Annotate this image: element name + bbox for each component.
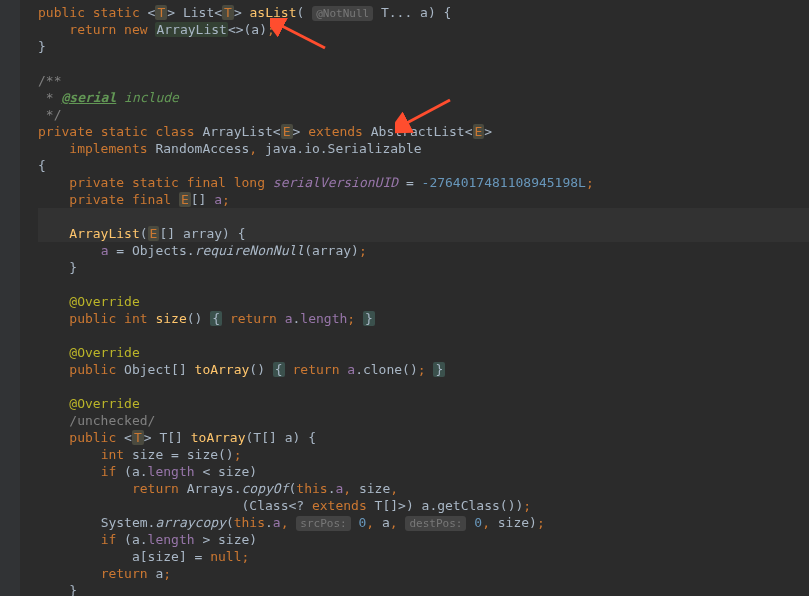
keyword: new xyxy=(124,22,147,37)
punct: . xyxy=(140,464,148,479)
method-call: size xyxy=(187,447,218,462)
semicolon: ; xyxy=(586,175,594,190)
method-call: clone xyxy=(363,362,402,377)
param: array xyxy=(183,226,222,241)
param: a xyxy=(285,430,293,445)
brackets: [] xyxy=(159,226,175,241)
punct: . xyxy=(355,362,363,377)
punct: < xyxy=(124,430,132,445)
var: size xyxy=(148,549,179,564)
keyword: long xyxy=(234,175,265,190)
keyword: static xyxy=(93,5,140,20)
fold-marker[interactable]: } xyxy=(433,362,445,377)
keyword: class xyxy=(155,124,194,139)
javadoc-tag: @serial xyxy=(61,90,116,105)
punct: < xyxy=(465,124,473,139)
annotation-inlay: @NotNull xyxy=(312,6,373,21)
comma: , xyxy=(249,141,257,156)
method-name: toArray xyxy=(191,430,246,445)
fold-marker[interactable]: { xyxy=(273,362,285,377)
brackets: [] xyxy=(171,362,187,377)
punct: < xyxy=(273,124,281,139)
var: a xyxy=(132,464,140,479)
param-hint: srcPos: xyxy=(296,516,350,531)
keyword: static xyxy=(132,175,179,190)
keyword: final xyxy=(132,192,171,207)
type-param: T xyxy=(132,430,144,445)
semicolon: ; xyxy=(523,498,531,513)
keyword: private xyxy=(69,192,124,207)
method-name: size xyxy=(155,311,186,326)
punct: ) xyxy=(222,226,230,241)
field: length xyxy=(148,464,195,479)
punct: . xyxy=(265,515,273,530)
type: AbstractList xyxy=(371,124,465,139)
brace: } xyxy=(38,39,46,54)
type: T xyxy=(253,430,261,445)
keyword: final xyxy=(187,175,226,190)
field: length xyxy=(148,532,195,547)
punct: ( xyxy=(124,464,132,479)
keyword: return xyxy=(293,362,340,377)
punct: ) xyxy=(406,498,414,513)
method-name: asList xyxy=(250,5,297,20)
keyword: this xyxy=(296,481,327,496)
parens: () xyxy=(402,362,418,377)
method-call: getClass xyxy=(437,498,500,513)
comma: , xyxy=(343,481,351,496)
punct: ) xyxy=(428,5,436,20)
op: > xyxy=(195,532,218,547)
comment: /** xyxy=(38,73,61,88)
comma: , xyxy=(482,515,490,530)
type: System xyxy=(101,515,148,530)
arg: a xyxy=(251,22,259,37)
op: < xyxy=(195,464,218,479)
fold-marker[interactable]: { xyxy=(210,311,222,326)
punct: ( xyxy=(304,243,312,258)
type: Arrays xyxy=(187,481,234,496)
comma: , xyxy=(366,515,374,530)
brackets: [] xyxy=(261,430,277,445)
comment: */ xyxy=(38,107,61,122)
brace: { xyxy=(38,158,46,173)
constructor: ArrayList xyxy=(69,226,139,241)
keyword: if xyxy=(101,464,117,479)
punct: ) xyxy=(259,22,267,37)
keyword: public xyxy=(69,362,116,377)
keyword: static xyxy=(101,124,148,139)
punct: ) xyxy=(351,243,359,258)
type-param: E xyxy=(473,124,485,139)
brace: } xyxy=(69,583,77,596)
type: java.io.Serializable xyxy=(265,141,422,156)
keyword: int xyxy=(124,311,147,326)
keyword: if xyxy=(101,532,117,547)
type: RandomAccess xyxy=(155,141,249,156)
brace: { xyxy=(444,5,452,20)
field: length xyxy=(300,311,347,326)
folded-comment[interactable]: /unchecked/ xyxy=(69,413,155,428)
var: size xyxy=(498,515,529,530)
number: -2764017481108945198L xyxy=(422,175,586,190)
field: a xyxy=(285,311,293,326)
punct: ( xyxy=(226,515,234,530)
class-ref: ArrayList xyxy=(155,22,227,37)
punct: > xyxy=(144,430,152,445)
keyword: public xyxy=(69,311,116,326)
keyword: extends xyxy=(308,124,363,139)
type-param: T xyxy=(155,5,167,20)
varargs: ... xyxy=(389,5,412,20)
type-param: E xyxy=(148,226,160,241)
type-param: E xyxy=(179,192,191,207)
arg: array xyxy=(312,243,351,258)
punct: ) xyxy=(529,515,537,530)
keyword: implements xyxy=(69,141,147,156)
type: Object xyxy=(124,362,171,377)
code-editor[interactable]: public static <T> List<T> asList( @NotNu… xyxy=(20,0,809,596)
punct: . xyxy=(187,243,195,258)
keyword: extends xyxy=(312,498,367,513)
punct: ] xyxy=(179,549,187,564)
punct: [ xyxy=(140,549,148,564)
brackets: [] xyxy=(382,498,398,513)
var: size xyxy=(218,464,249,479)
fold-marker[interactable]: } xyxy=(363,311,375,326)
